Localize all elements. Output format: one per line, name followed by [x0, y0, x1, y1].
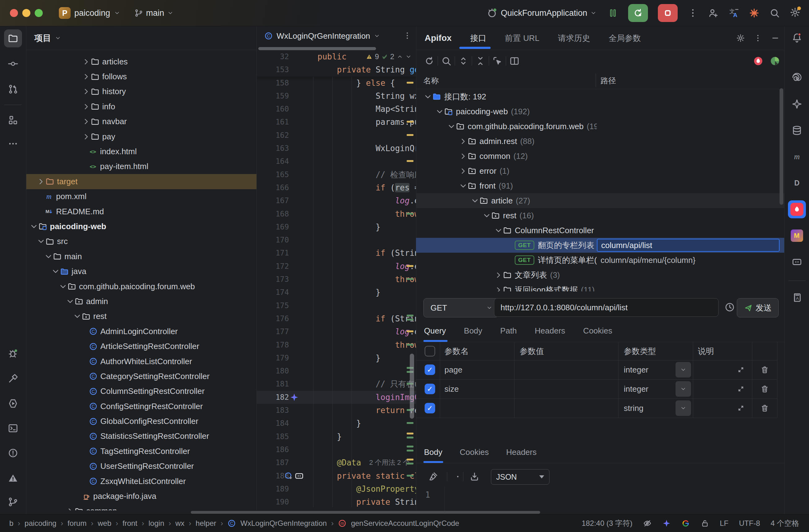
code-line[interactable]: 185 }: [257, 430, 416, 443]
search-button[interactable]: [438, 56, 455, 66]
code-line[interactable]: 181 // 只有在u: [257, 377, 416, 391]
expand-param-icon[interactable]: [737, 365, 745, 374]
code-line[interactable]: 171 if (String: [257, 246, 416, 259]
branch-widget[interactable]: main: [134, 8, 174, 18]
code-line[interactable]: 177 log.er: [257, 325, 416, 338]
chevron-right-icon[interactable]: [82, 132, 91, 141]
project-tree-row[interactable]: pay: [26, 129, 256, 144]
code-line[interactable]: 167 log.er: [257, 194, 416, 207]
api-tree-row[interactable]: 返回json格式数据(11): [416, 282, 785, 291]
project-tree-row[interactable]: common: [26, 504, 256, 510]
project-tree-row[interactable]: target: [26, 174, 256, 189]
api-tree-row[interactable]: 接口数: 192: [416, 89, 785, 104]
request-tab-Query[interactable]: Query: [424, 326, 446, 336]
history-clock-icon[interactable]: [724, 302, 735, 312]
tool-structure-button[interactable]: [4, 111, 22, 129]
project-tree-row[interactable]: CConfigSettingrRestController: [26, 399, 256, 414]
code-line[interactable]: 184 }: [257, 417, 416, 430]
sticky-code-line[interactable]: 32public92: [257, 50, 416, 63]
tool-terminal-button[interactable]: [4, 419, 22, 437]
project-tree-row[interactable]: src: [26, 234, 256, 249]
lock-icon[interactable]: [701, 519, 709, 528]
chevron-down-icon[interactable]: [424, 92, 432, 101]
rerun-button[interactable]: [628, 4, 648, 22]
gear-icon[interactable]: [736, 34, 745, 42]
tool-apifoxlogo-button[interactable]: [788, 200, 806, 218]
code-line[interactable]: 164: [257, 155, 416, 168]
chevron-down-icon[interactable]: [482, 211, 491, 220]
expand-param-icon[interactable]: [737, 384, 745, 393]
tool-debug-button[interactable]: [4, 344, 22, 362]
breadcrumb-class[interactable]: WxLoginQrGenIntegration: [240, 519, 327, 528]
format-select[interactable]: JSON: [491, 469, 549, 485]
code-line[interactable]: 160 Map<String: [257, 103, 416, 116]
kebab-icon[interactable]: [754, 34, 762, 42]
implement-gutter-icon[interactable]: [284, 471, 293, 481]
chevron-right-icon[interactable]: [82, 72, 91, 81]
project-tree-row[interactable]: CCategorySettingRestController: [26, 369, 256, 384]
project-tree-row[interactable]: CZsxqWhiteListController: [26, 474, 256, 488]
chevron-down-icon[interactable]: [73, 312, 82, 321]
spark-icon[interactable]: [749, 8, 759, 18]
code-line[interactable]: 169 }: [257, 221, 416, 234]
breadcrumb-item[interactable]: helper: [196, 519, 217, 528]
code-line[interactable]: 178 throw: [257, 339, 416, 351]
api-tree-row[interactable]: admin.rest(88): [416, 134, 785, 149]
project-tree-row[interactable]: CStatisticsSettingRestController: [26, 429, 256, 444]
next-problem-icon[interactable]: [406, 54, 412, 60]
tool-card-button[interactable]: [792, 257, 802, 267]
chevron-right-icon[interactable]: [66, 507, 75, 510]
code-line[interactable]: 158 } else {: [257, 76, 416, 89]
apifox-tab-接口[interactable]: 接口: [470, 33, 486, 44]
project-tree-row[interactable]: CAuthorWhiteListController: [26, 354, 256, 369]
code-line[interactable]: 183 return res: [257, 404, 416, 417]
chevron-down-icon[interactable]: [58, 282, 68, 291]
zoom-button[interactable]: [35, 9, 43, 17]
chevron-right-icon[interactable]: [37, 177, 46, 186]
close-button[interactable]: [10, 9, 18, 17]
project-tree-row[interactable]: CUserSettingRestController: [26, 459, 256, 474]
eyeoff-icon[interactable]: [643, 519, 652, 528]
api-tree-row[interactable]: GET翻页的专栏列表column/api/list: [416, 238, 785, 253]
code-line[interactable]: 189 @JsonProperty(: [257, 482, 416, 496]
tool-git-button[interactable]: [4, 493, 22, 511]
tool-database-button[interactable]: [792, 125, 802, 136]
request-tab-Cookies[interactable]: Cookies: [583, 326, 612, 336]
code-line[interactable]: 173 throw: [257, 273, 416, 286]
project-tree-row[interactable]: CAdminLoginController: [26, 324, 256, 339]
expandall-button[interactable]: [455, 56, 472, 66]
api-tree-row[interactable]: rest(16): [416, 208, 785, 223]
code-line[interactable]: 188 private static cla: [257, 469, 416, 482]
project-tree-row[interactable]: mpom.xml: [26, 189, 256, 204]
editor-horizontal-scrollbar[interactable]: [258, 47, 376, 50]
api-tree-row[interactable]: common(12): [416, 149, 785, 164]
status-encoding[interactable]: UTF-8: [739, 519, 760, 528]
tool-problems-button[interactable]: [4, 444, 22, 462]
code-line[interactable]: 176 if (String: [257, 312, 416, 325]
url-input[interactable]: [494, 298, 719, 317]
code-line[interactable]: 168 throw: [257, 207, 416, 221]
chevron-down-icon[interactable]: [30, 222, 38, 231]
send-button[interactable]: 发送: [737, 298, 779, 318]
response-tab-Cookies[interactable]: Cookies: [460, 447, 489, 457]
project-tree-row[interactable]: CGlobalConfigRestController: [26, 414, 256, 429]
pause-icon[interactable]: [608, 8, 618, 18]
horizontal-scrollbar[interactable]: [191, 511, 540, 514]
breadcrumb-item[interactable]: wx: [175, 519, 184, 528]
editor-tab-label[interactable]: WxLoginQrGenIntegration: [277, 31, 370, 41]
caret-position[interactable]: 182:40 (3 字符): [582, 518, 633, 528]
chevron-right-icon[interactable]: [82, 57, 91, 66]
chevron-down-icon[interactable]: [51, 267, 60, 276]
tool-more-button[interactable]: [4, 135, 22, 153]
project-panel-header[interactable]: 项目: [26, 26, 256, 50]
code-line[interactable]: 165 // 检查响应: [257, 168, 416, 181]
code-line[interactable]: 175: [257, 299, 416, 312]
chevron-right-icon[interactable]: [494, 286, 503, 292]
format-icon[interactable]: [428, 471, 438, 482]
api-tree-scrollbar[interactable]: [779, 88, 783, 205]
dot-icon[interactable]: [452, 471, 463, 482]
inspection-widget[interactable]: 92: [366, 50, 412, 63]
apifox-tab-前置 URL[interactable]: 前置 URL: [505, 33, 539, 44]
breadcrumb-item[interactable]: b: [9, 519, 13, 528]
download-icon[interactable]: [469, 471, 480, 482]
